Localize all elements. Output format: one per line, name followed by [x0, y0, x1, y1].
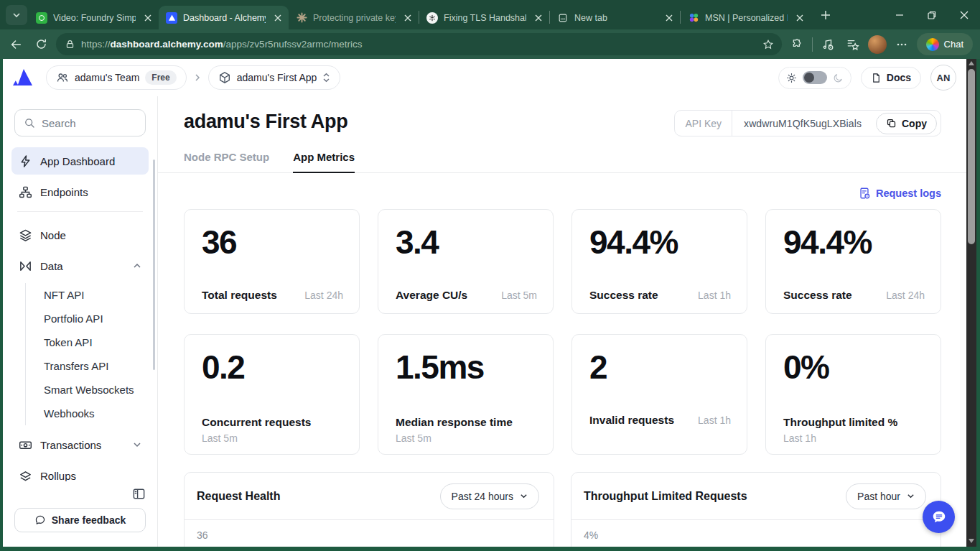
- support-chat-fab[interactable]: [923, 501, 955, 533]
- metric-card-success-rate-24h: 94.4% Success rate Last 24h: [765, 209, 941, 314]
- share-feedback-button[interactable]: Share feedback: [14, 508, 146, 532]
- sidebar-item-label: Webhooks: [44, 407, 95, 420]
- chart-title: Request Health: [197, 490, 280, 503]
- favorites-icon[interactable]: [843, 34, 863, 55]
- sidebar-search[interactable]: [14, 109, 146, 136]
- sidebar-item-label: Transfers API: [44, 360, 108, 372]
- scrollbar-down-arrow[interactable]: [969, 539, 974, 543]
- tab-title: MSN | Personalized New: [705, 13, 788, 23]
- search-input[interactable]: [42, 117, 136, 129]
- refresh-button[interactable]: [31, 34, 51, 55]
- sidebar-item-label: NFT API: [44, 289, 84, 301]
- moon-icon: [833, 73, 844, 83]
- page-scrollbar[interactable]: [966, 59, 976, 547]
- endpoints-icon: [19, 185, 32, 199]
- media-controls-icon[interactable]: [818, 34, 838, 55]
- user-avatar[interactable]: AN: [930, 65, 956, 91]
- metric-label: Average CU/s: [396, 289, 467, 302]
- browser-profile-avatar[interactable]: [868, 35, 887, 54]
- extensions-icon[interactable]: [787, 34, 807, 55]
- metric-label: Concurrent requests: [202, 416, 311, 428]
- browser-tab-msn[interactable]: MSN | Personalized New: [681, 6, 811, 29]
- sidebar-item-nft-api[interactable]: NFT API: [26, 283, 149, 307]
- sidebar-item-transactions[interactable]: Transactions: [11, 431, 149, 458]
- cube-icon: [218, 71, 231, 84]
- metric-label: Success rate: [783, 289, 852, 302]
- throughput-range-select[interactable]: Past hour: [846, 483, 926, 509]
- sidebar-item-label: Endpoints: [40, 186, 88, 198]
- metric-value: 36: [202, 223, 236, 261]
- tab-close-icon[interactable]: [141, 11, 154, 24]
- sidebar-item-transfers-api[interactable]: Transfers API: [26, 354, 149, 378]
- collapse-sidebar-button[interactable]: [132, 487, 146, 501]
- minimize-button[interactable]: [883, 0, 915, 29]
- copilot-chat-button[interactable]: Chat: [917, 33, 973, 55]
- request-logs-label: Request logs: [876, 187, 941, 199]
- browser-tab-private-keys[interactable]: Protecting private keys w: [289, 6, 419, 29]
- browser-tab-video[interactable]: Video: Foundry Simple S: [29, 6, 159, 29]
- tab-node-rpc-setup[interactable]: Node RPC Setup: [184, 149, 269, 172]
- browser-tab-alchemy-dashboard[interactable]: Dashboard - Alchemy: [159, 6, 289, 29]
- sidebar-item-portfolio-api[interactable]: Portfolio API: [26, 307, 149, 330]
- back-button[interactable]: [6, 34, 26, 55]
- sidebar-item-endpoints[interactable]: Endpoints: [11, 178, 149, 205]
- sidebar-divider: [17, 211, 143, 212]
- app-switcher[interactable]: adamu's First App: [208, 65, 341, 90]
- team-switcher[interactable]: adamu's Team Free: [46, 65, 187, 90]
- banknote-icon: [19, 438, 32, 452]
- doc-icon: [871, 73, 882, 83]
- sidebar-item-data[interactable]: Data: [11, 252, 149, 279]
- breadcrumb-chevron-icon: [193, 73, 202, 82]
- chat-button-label: Chat: [944, 39, 963, 50]
- metric-cards-row-1: 36 Total requests Last 24h 3.4 Average C…: [184, 209, 941, 314]
- content-tabs: Node RPC Setup App Metrics: [158, 149, 966, 173]
- tab-close-icon[interactable]: [532, 11, 545, 24]
- theme-toggle[interactable]: [778, 67, 851, 89]
- sidebar-scrollbar-thumb[interactable]: [153, 159, 155, 370]
- metric-period: Last 5m: [202, 432, 343, 444]
- metric-label: Invalid requests: [589, 414, 674, 427]
- request-health-range-select[interactable]: Past 24 hours: [440, 483, 539, 509]
- tab-search-button[interactable]: [6, 5, 27, 25]
- tab-close-icon[interactable]: [401, 11, 414, 24]
- bookmark-star-icon[interactable]: [760, 37, 776, 52]
- restore-button[interactable]: [915, 0, 948, 29]
- metric-card-invalid-requests: 2 Invalid requests Last 1h: [571, 334, 747, 455]
- close-window-button[interactable]: [948, 0, 980, 29]
- scrollbar-up-arrow[interactable]: [969, 61, 974, 65]
- tab-close-icon[interactable]: [663, 11, 676, 24]
- browser-menu-icon[interactable]: [892, 34, 912, 55]
- sidebar-item-rollups[interactable]: Rollups: [11, 462, 149, 481]
- url-domain: dashboard.alchemy.com: [111, 39, 223, 50]
- msn-butterfly-favicon: [688, 12, 699, 24]
- tab-app-metrics[interactable]: App Metrics: [293, 149, 355, 173]
- request-logs-link[interactable]: Request logs: [858, 187, 941, 200]
- scrollbar-thumb[interactable]: [968, 69, 975, 244]
- address-bar[interactable]: https://dashboard.alchemy.com/apps/zv5r5…: [56, 33, 782, 55]
- tab-close-icon[interactable]: [271, 11, 284, 24]
- tab-close-icon[interactable]: [793, 11, 806, 24]
- docs-button[interactable]: Docs: [861, 67, 921, 89]
- sidebar-item-app-dashboard[interactable]: App Dashboard: [11, 147, 149, 175]
- sidebar-item-smart-websockets[interactable]: Smart Websockets: [26, 378, 149, 402]
- layers-icon: [19, 228, 32, 242]
- api-key-value: xwdwruM1QfK5ugLXBials: [732, 118, 876, 129]
- copy-api-key-button[interactable]: Copy: [876, 113, 937, 134]
- plan-badge: Free: [145, 70, 176, 85]
- chatgpt-favicon: [426, 12, 438, 24]
- browser-tab-new-tab[interactable]: New tab: [550, 6, 680, 29]
- theme-switch[interactable]: [803, 71, 827, 84]
- data-prism-icon: [19, 259, 32, 273]
- new-tab-button[interactable]: [815, 5, 836, 25]
- throughput-limited-chart-card: Throughput Limited Requests Past hour 4%: [571, 472, 941, 547]
- chevron-down-icon: [520, 492, 528, 500]
- metric-value: 1.5ms: [396, 348, 484, 386]
- browser-tab-tls-handshake[interactable]: Fixing TLS Handshake Er: [419, 6, 549, 29]
- alchemy-logo[interactable]: [12, 68, 33, 87]
- browser-tab-strip: Video: Foundry Simple S Dashboard - Alch…: [0, 0, 980, 29]
- lightning-icon: [19, 154, 32, 168]
- sidebar-item-webhooks[interactable]: Webhooks: [26, 402, 149, 425]
- sidebar-item-token-api[interactable]: Token API: [26, 330, 149, 354]
- sidebar-item-node[interactable]: Node: [11, 221, 149, 249]
- range-label: Past 24 hours: [452, 491, 513, 502]
